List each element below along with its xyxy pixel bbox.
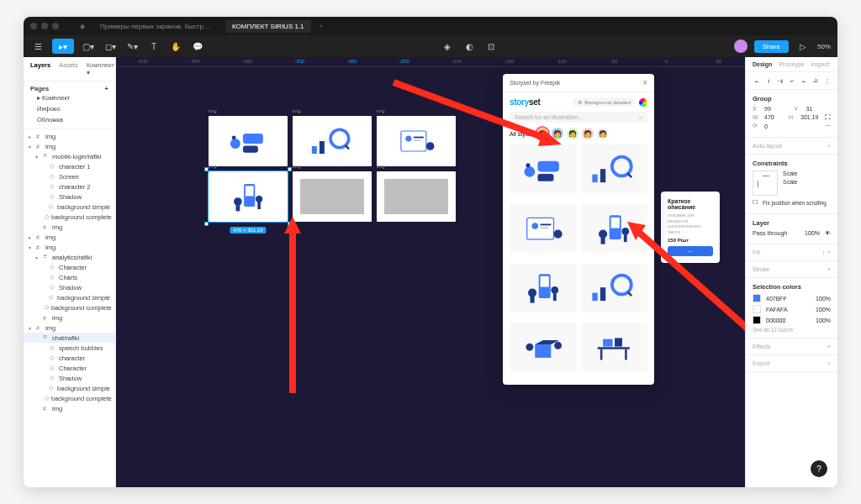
canvas-frame[interactable]: img [377, 116, 456, 166]
add-fill-icon[interactable]: ⫶ + [822, 249, 831, 255]
component-icon[interactable]: ◈ [440, 39, 455, 54]
help-button[interactable]: ? [811, 460, 827, 477]
h-value[interactable]: 301.19 [800, 114, 820, 120]
add-autolayout-icon[interactable]: + [827, 143, 831, 149]
canvas-frame[interactable]: img [293, 171, 372, 222]
style-avatar[interactable]: 🧑 [552, 128, 563, 139]
layer-row[interactable]: ◇Shadow [24, 282, 115, 292]
fix-checkbox[interactable]: ☐ [753, 199, 758, 206]
layer-row[interactable]: #img [24, 312, 115, 323]
layer-row[interactable]: ◇Charts [24, 272, 115, 282]
user-avatar[interactable] [734, 39, 747, 53]
assets-tab[interactable]: Assets [59, 61, 78, 76]
color-row[interactable]: 407BFF100% [753, 294, 831, 302]
distribute-icon[interactable]: ⋮ [823, 76, 831, 85]
layer-row[interactable]: ◇background complete [24, 302, 115, 312]
add-export-icon[interactable]: + [827, 360, 831, 366]
layer-row[interactable]: ▸#img [24, 232, 115, 242]
layer-row[interactable]: ▸#img [24, 131, 115, 141]
illustration-cell[interactable] [510, 144, 577, 193]
align-left-icon[interactable]: ⫠ [753, 76, 760, 85]
new-tab-button[interactable]: + [320, 23, 324, 30]
w-value[interactable]: 470 [764, 114, 784, 120]
file-tab[interactable]: Примеры первых экранов. быстр… [93, 20, 217, 33]
boolean-icon[interactable]: ⊡ [483, 39, 499, 54]
page-item[interactable]: ▸ Комплект [30, 92, 108, 103]
color-row[interactable]: FAFAFA100% [753, 305, 831, 313]
traffic-light[interactable] [30, 23, 37, 29]
file-tab-active[interactable]: КОМПЛЕКТ SIRIUS 1.1 [225, 20, 311, 33]
layer-row[interactable]: ◇Character [24, 363, 115, 373]
background-toggle[interactable]: ⚙Background detailed [573, 97, 636, 107]
illustration-cell[interactable] [581, 323, 648, 371]
layer-row[interactable]: ▾#img [24, 141, 115, 151]
illustration-cell[interactable] [510, 323, 577, 371]
pen-tool[interactable]: ✎▾ [124, 39, 140, 54]
text-tool[interactable]: T [146, 39, 161, 54]
style-avatar[interactable]: 🧑 [567, 128, 578, 139]
share-button[interactable]: Share [754, 40, 789, 53]
illustration-cell[interactable] [581, 264, 648, 312]
layer-row[interactable]: ◇Shadow [24, 373, 115, 383]
zoom-level[interactable]: 50% [817, 43, 831, 50]
layer-row[interactable]: ◇character 2 [24, 181, 115, 192]
style-avatar[interactable]: 🧑 [582, 128, 594, 139]
card-button[interactable]: — [668, 246, 713, 256]
layer-row[interactable]: ◇speech bubbles [24, 343, 115, 353]
add-stroke-icon[interactable]: + [827, 266, 831, 272]
layer-row[interactable]: ◇background simple [24, 383, 115, 393]
layer-row[interactable]: ▾#img [24, 323, 115, 333]
layer-row[interactable]: ◇Screen [24, 171, 115, 181]
style-avatar[interactable]: 🧑 [536, 128, 548, 139]
opacity-value[interactable]: 100% [805, 230, 820, 236]
inspect-tab[interactable]: Inspect [811, 61, 830, 67]
align-vcenter-icon[interactable]: ⫠ [800, 76, 807, 85]
hand-tool[interactable]: ✋ [168, 39, 183, 54]
layer-row[interactable]: ◇Character [24, 262, 115, 272]
align-hcenter-icon[interactable]: ⫞ [764, 76, 772, 85]
page-item[interactable]: Инфоко [30, 103, 108, 114]
traffic-light[interactable] [52, 23, 59, 29]
search-input[interactable]: Search for an illustration…⌕ [510, 112, 647, 123]
canvas-frame[interactable]: img [377, 171, 456, 222]
blend-mode[interactable]: Pass through [753, 230, 800, 236]
canvas-frame[interactable]: img470 × 301.19 [209, 171, 288, 222]
align-top-icon[interactable]: ⫟ [788, 76, 795, 85]
close-icon[interactable]: × [642, 78, 647, 87]
layer-row[interactable]: #img [24, 403, 115, 413]
see-all-colors[interactable]: See all 12 colors [753, 327, 831, 333]
move-tool[interactable]: ▸▾ [52, 39, 74, 54]
add-page-icon[interactable]: + [105, 85, 108, 92]
canvas[interactable]: -500-450-400-350-300-250-200-150-100-500… [116, 57, 745, 487]
canvas-frame[interactable]: img [209, 116, 288, 166]
illustration-cell[interactable] [510, 204, 577, 253]
canvas-frame[interactable]: img [293, 116, 372, 166]
illustration-cell[interactable] [510, 264, 577, 312]
layer-row[interactable]: ◇background complete [24, 212, 115, 222]
style-avatar[interactable]: 🧑 [597, 128, 609, 139]
y-value[interactable]: 31 [806, 106, 832, 112]
link-icon[interactable]: ⛶ [825, 114, 831, 120]
file-dropdown[interactable]: Комплект ▾ [87, 61, 114, 76]
layer-row[interactable]: ◇character [24, 353, 115, 363]
page-item[interactable]: Обложка [30, 114, 108, 125]
layer-row[interactable]: ⠿chat/rafiki [24, 333, 115, 343]
illustration-cell[interactable] [581, 144, 648, 193]
x-value[interactable]: 99 [764, 106, 790, 112]
present-icon[interactable]: ▷ [795, 39, 811, 54]
shape-tool[interactable]: ◻▾ [103, 39, 118, 54]
layer-row[interactable]: ▾#img [24, 242, 115, 252]
v-constraint[interactable]: Scale [783, 179, 798, 185]
illustration-cell[interactable] [581, 204, 648, 253]
frame-tool[interactable]: ▢▾ [81, 39, 96, 54]
layer-row[interactable]: ◇background complete [24, 393, 115, 403]
prototype-tab[interactable]: Prototype [779, 61, 804, 67]
color-wheel-icon[interactable] [639, 98, 647, 107]
align-bottom-icon[interactable]: ⫡ [811, 76, 819, 85]
layer-row[interactable]: #img [24, 222, 115, 232]
constraints-box[interactable] [753, 171, 778, 196]
more-icon[interactable]: ⋯ [825, 123, 831, 129]
menu-icon[interactable]: ☰ [30, 39, 45, 54]
h-constraint[interactable]: Scale [783, 171, 798, 176]
layer-row[interactable]: ▾⠿mobile-login/rafiki [24, 151, 115, 161]
